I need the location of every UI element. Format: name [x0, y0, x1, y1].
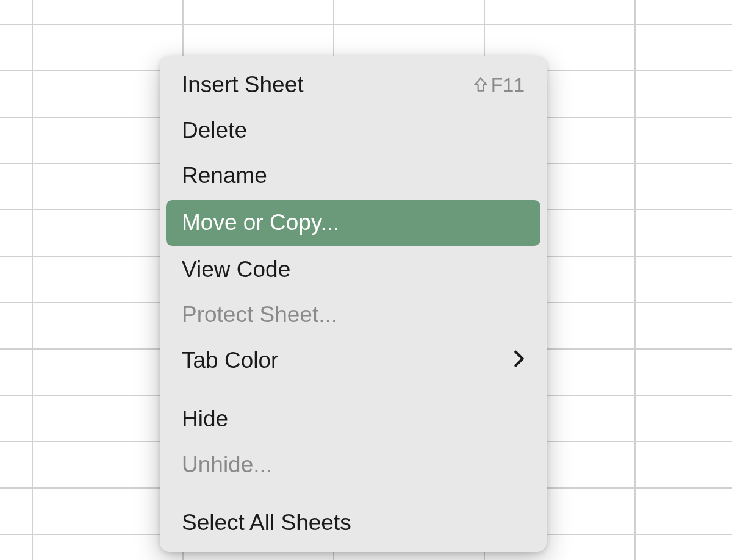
menu-item-view-code[interactable]: View Code: [160, 247, 547, 293]
shortcut-key: F11: [491, 74, 525, 96]
menu-item-protect-sheet: Protect Sheet...: [160, 292, 547, 338]
menu-item-label: Insert Sheet: [182, 73, 304, 98]
menu-item-label: Delete: [182, 118, 247, 143]
menu-item-rename[interactable]: Rename: [160, 153, 547, 199]
menu-item-label: Move or Copy...: [182, 210, 339, 235]
menu-item-move-or-copy[interactable]: Move or Copy...: [166, 200, 540, 246]
menu-separator: [182, 390, 525, 390]
chevron-right-icon: [514, 350, 525, 372]
menu-item-label: Tab Color: [182, 348, 278, 373]
menu-item-label: Hide: [182, 407, 228, 432]
menu-item-label: Protect Sheet...: [182, 303, 337, 328]
menu-item-insert-sheet[interactable]: Insert Sheet F11: [160, 62, 547, 108]
menu-item-label: Rename: [182, 163, 267, 188]
menu-item-select-all-sheets[interactable]: Select All Sheets: [160, 500, 547, 546]
menu-item-label: Select All Sheets: [182, 511, 351, 536]
menu-item-unhide: Unhide...: [160, 442, 547, 488]
menu-item-label: Unhide...: [182, 453, 272, 478]
sheet-tab-context-menu: Insert Sheet F11 Delete Rename Move or C…: [160, 56, 547, 552]
shift-icon: [473, 77, 489, 93]
menu-item-hide[interactable]: Hide: [160, 397, 547, 442]
menu-shortcut: F11: [473, 74, 525, 96]
menu-item-delete[interactable]: Delete: [160, 108, 547, 154]
menu-separator: [182, 494, 525, 494]
menu-item-tab-color[interactable]: Tab Color: [160, 338, 547, 384]
menu-item-label: View Code: [182, 257, 290, 282]
